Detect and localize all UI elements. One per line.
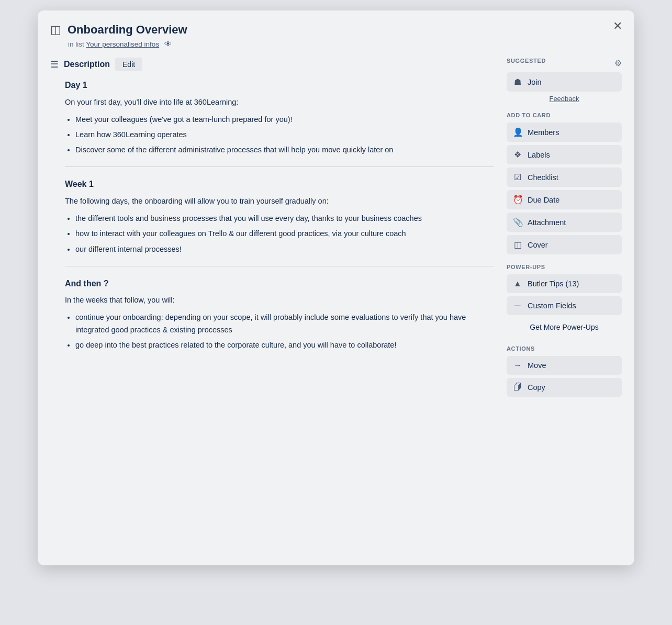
list-item: the different tools and business process… xyxy=(75,213,494,225)
attachment-button[interactable]: 📎 Attachment xyxy=(507,213,622,232)
modal-body: ☰ Description Edit Day 1 On your first d… xyxy=(50,58,622,553)
cover-icon: ◫ xyxy=(513,240,522,250)
list-item: Discover some of the different administr… xyxy=(75,144,494,156)
attachment-icon: 📎 xyxy=(513,217,522,227)
custom-fields-button[interactable]: ─ Custom Fields xyxy=(507,296,622,315)
checklist-icon: ☑ xyxy=(513,172,522,182)
members-button[interactable]: 👤 Members xyxy=(507,122,622,142)
section-week1-list: the different tools and business process… xyxy=(65,213,494,255)
feedback-link[interactable]: Feedback xyxy=(507,95,622,103)
clock-icon: ⏰ xyxy=(513,195,522,205)
sidebar: SUGGESTED ⚙ ☗ Join Feedback ADD TO CARD … xyxy=(507,58,622,553)
list-item: how to interact with your colleagues on … xyxy=(75,228,494,240)
suggested-label: SUGGESTED xyxy=(507,58,546,64)
actions-label: ACTIONS xyxy=(507,345,622,352)
labels-button[interactable]: ❖ Labels xyxy=(507,145,622,164)
edit-description-button[interactable]: Edit xyxy=(115,58,142,71)
list-item: continue your onboarding: depending on y… xyxy=(75,311,494,336)
description-section: ☰ Description Edit Day 1 On your first d… xyxy=(50,58,494,351)
section-week1-intro: The following days, the onboarding will … xyxy=(65,195,494,207)
move-button[interactable]: → Move xyxy=(507,356,622,375)
description-content: Day 1 On your first day, you'll dive int… xyxy=(50,79,494,351)
modal-subtitle: in list Your personalised infos 👁 xyxy=(50,40,601,48)
list-item: our different internal processes! xyxy=(75,243,494,255)
card-icon: ◫ xyxy=(50,23,61,37)
section-then-intro: In the weeks that follow, you will: xyxy=(65,294,494,306)
section-day1-heading: Day 1 xyxy=(65,79,494,92)
card-title: Onboarding Overview xyxy=(68,23,187,37)
list-link[interactable]: Your personalised infos xyxy=(86,40,159,48)
custom-fields-icon: ─ xyxy=(513,301,522,310)
eye-icon: 👁 xyxy=(164,40,172,48)
section-divider xyxy=(65,266,494,266)
power-ups-label: POWER-UPS xyxy=(507,264,622,270)
copy-button[interactable]: 🗍 Copy xyxy=(507,378,622,397)
section-then-heading: And then ? xyxy=(65,277,494,291)
get-more-powerups-button[interactable]: Get More Power-Ups xyxy=(507,318,622,336)
cover-button[interactable]: ◫ Cover xyxy=(507,235,622,254)
members-icon: 👤 xyxy=(513,127,522,137)
add-to-card-label: ADD TO CARD xyxy=(507,112,622,118)
list-item: go deep into the best practices related … xyxy=(75,339,494,351)
section-week1-heading: Week 1 xyxy=(65,177,494,191)
butler-icon: ▲ xyxy=(513,279,522,288)
section-then-list: continue your onboarding: depending on y… xyxy=(65,311,494,351)
modal-header: ◫ Onboarding Overview in list Your perso… xyxy=(50,23,622,48)
close-button[interactable]: ✕ xyxy=(609,18,626,35)
person-icon: ☗ xyxy=(513,77,522,87)
suggested-header: SUGGESTED ⚙ xyxy=(507,58,622,68)
main-content: ☰ Description Edit Day 1 On your first d… xyxy=(50,58,494,553)
checklist-button[interactable]: ☑ Checklist xyxy=(507,168,622,187)
section-divider xyxy=(65,166,494,167)
due-date-button[interactable]: ⏰ Due Date xyxy=(507,190,622,209)
butler-tips-button[interactable]: ▲ Butler Tips (13) xyxy=(507,274,622,293)
move-icon: → xyxy=(513,361,522,370)
description-icon: ☰ xyxy=(50,59,59,70)
section-day1-intro: On your first day, you'll dive into life… xyxy=(65,96,494,108)
list-item: Meet your colleagues (we've got a team-l… xyxy=(75,114,494,126)
suggested-gear-button[interactable]: ⚙ xyxy=(614,58,622,68)
section-day1-list: Meet your colleagues (we've got a team-l… xyxy=(65,114,494,157)
join-button[interactable]: ☗ Join xyxy=(507,72,622,92)
list-item: Learn how 360Learning operates xyxy=(75,129,494,141)
copy-icon: 🗍 xyxy=(513,383,522,392)
labels-icon: ❖ xyxy=(513,150,522,160)
card-modal: ✕ ◫ Onboarding Overview in list Your per… xyxy=(38,10,634,565)
description-title: Description xyxy=(64,60,110,69)
